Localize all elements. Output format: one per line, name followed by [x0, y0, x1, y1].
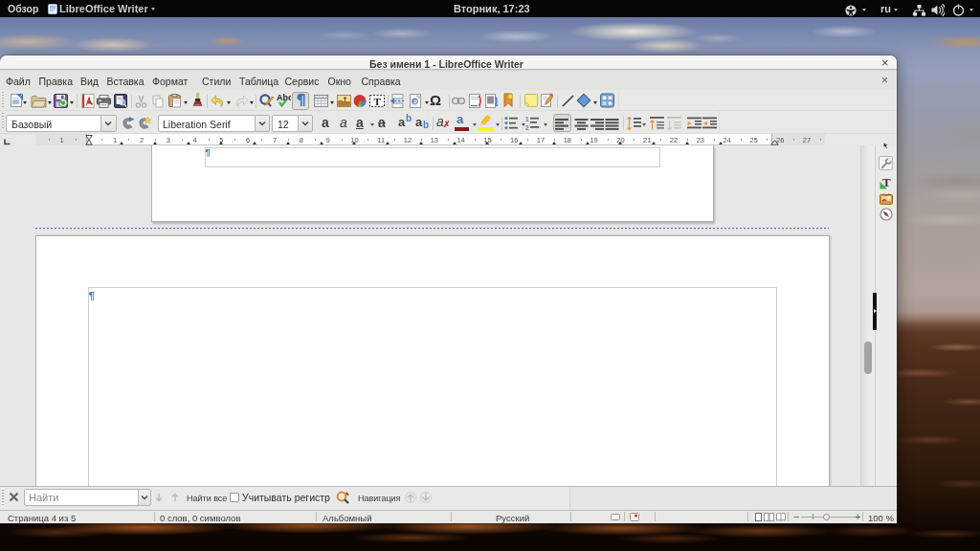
- svg-text:1: 1: [525, 116, 529, 122]
- svg-text:T: T: [374, 96, 382, 107]
- svg-text:#: #: [413, 99, 417, 105]
- svg-text:2: 2: [525, 124, 529, 130]
- svg-text:T: T: [882, 176, 891, 189]
- svg-text:Abc: Abc: [277, 93, 291, 102]
